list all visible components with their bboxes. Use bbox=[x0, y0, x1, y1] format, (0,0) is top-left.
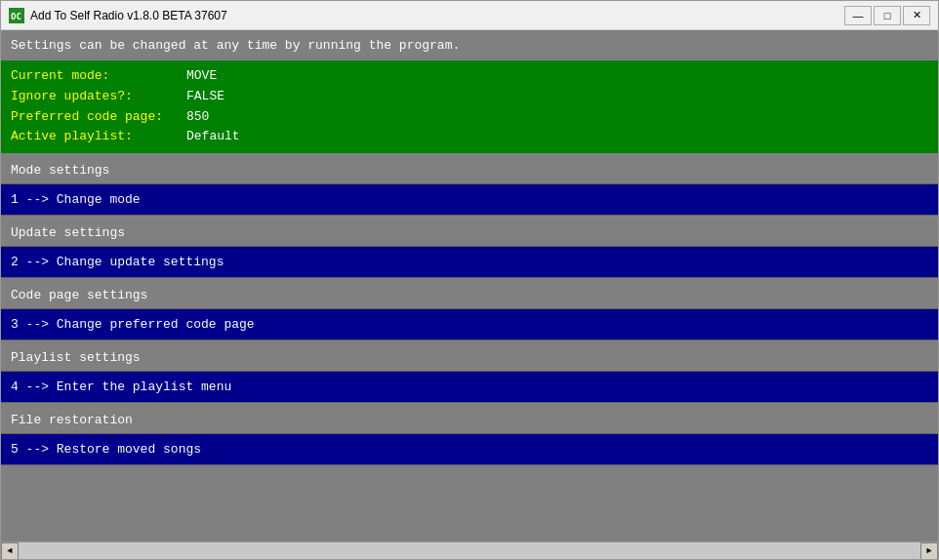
section-header-playlist-settings: Playlist settings bbox=[1, 340, 938, 371]
section-item-update-settings[interactable]: 2 --> Change update settings bbox=[1, 246, 938, 278]
preferred-code-page-label: Preferred code page: bbox=[11, 107, 186, 128]
section-item-playlist-settings[interactable]: 4 --> Enter the playlist menu bbox=[1, 371, 938, 403]
preferred-code-page-value: 850 bbox=[186, 107, 209, 128]
maximize-button[interactable]: □ bbox=[874, 6, 901, 25]
active-playlist-label: Active playlist: bbox=[11, 127, 186, 147]
status-row-mode: Current mode: MOVE bbox=[11, 66, 928, 87]
window-title: Add To Self Radio v1.8.0 BETA 37607 bbox=[30, 9, 844, 22]
section-item-file-restoration[interactable]: 5 --> Restore moved songs bbox=[1, 433, 938, 465]
section-item-mode-settings[interactable]: 1 --> Change mode bbox=[1, 183, 938, 216]
current-mode-value: MOVE bbox=[186, 66, 217, 87]
section-header-file-restoration: File restoration bbox=[1, 403, 938, 433]
main-window: OC Add To Self Radio v1.8.0 BETA 37607 —… bbox=[0, 0, 939, 560]
minimize-button[interactable]: — bbox=[844, 6, 872, 25]
status-panel: Current mode: MOVE Ignore updates?: FALS… bbox=[1, 60, 938, 153]
title-bar: OC Add To Self Radio v1.8.0 BETA 37607 —… bbox=[1, 1, 938, 30]
status-row-codepage: Preferred code page: 850 bbox=[11, 107, 928, 128]
section-mode-settings: Mode settings1 --> Change mode bbox=[1, 153, 938, 216]
window-controls: — □ ✕ bbox=[844, 6, 930, 25]
close-button[interactable]: ✕ bbox=[903, 6, 930, 25]
horizontal-scrollbar[interactable]: ◄ ► bbox=[1, 541, 938, 559]
app-icon: OC bbox=[9, 8, 24, 23]
current-mode-label: Current mode: bbox=[11, 66, 186, 87]
active-playlist-value: Default bbox=[186, 127, 240, 147]
section-update-settings: Update settings2 --> Change update setti… bbox=[1, 216, 938, 278]
section-file-restoration: File restoration5 --> Restore moved song… bbox=[1, 403, 938, 465]
section-item-code-page-settings[interactable]: 3 --> Change preferred code page bbox=[1, 308, 938, 340]
status-row-playlist: Active playlist: Default bbox=[11, 127, 928, 147]
scroll-right-button[interactable]: ► bbox=[920, 542, 938, 560]
notice-text: Settings can be changed at any time by r… bbox=[11, 38, 460, 53]
section-header-update-settings: Update settings bbox=[1, 216, 938, 246]
section-code-page-settings: Code page settings3 --> Change preferred… bbox=[1, 278, 938, 340]
scroll-track[interactable] bbox=[19, 542, 920, 560]
section-header-code-page-settings: Code page settings bbox=[1, 278, 938, 308]
settings-container: Mode settings1 --> Change modeUpdate set… bbox=[1, 153, 938, 541]
ignore-updates-label: Ignore updates?: bbox=[11, 87, 186, 107]
section-header-mode-settings: Mode settings bbox=[1, 153, 938, 183]
section-playlist-settings: Playlist settings4 --> Enter the playlis… bbox=[1, 340, 938, 403]
top-notice: Settings can be changed at any time by r… bbox=[1, 30, 938, 60]
content-area: Settings can be changed at any time by r… bbox=[1, 30, 938, 559]
ignore-updates-value: FALSE bbox=[186, 87, 225, 107]
status-row-updates: Ignore updates?: FALSE bbox=[11, 87, 928, 107]
scroll-left-button[interactable]: ◄ bbox=[1, 542, 19, 560]
svg-text:OC: OC bbox=[11, 12, 21, 21]
